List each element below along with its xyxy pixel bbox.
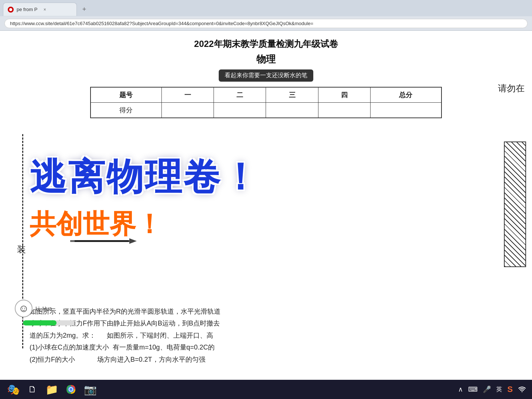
tab-title: pe from P <box>17 7 37 12</box>
score-cell-1 <box>161 103 214 118</box>
user-avatar-area: ☺ Li_Hua <box>15 300 52 317</box>
svg-rect-0 <box>70 240 129 242</box>
browser-chrome: pe from P × + https://www.ccw.site/detai… <box>0 0 532 31</box>
col-header-4: 四 <box>318 87 370 103</box>
content-line-4: (1)小球在C点的加速度大小 有一质量m=10g、电荷量q=0.2C的 <box>30 341 495 353</box>
right-note: 请勿在 <box>498 82 525 94</box>
score-cell-4 <box>318 103 370 118</box>
user-avatar-icon: ☺ <box>15 300 33 317</box>
tab-favicon <box>8 7 14 13</box>
taskbar-microphone[interactable]: 🎤 <box>483 385 491 393</box>
taskbar-icon-chrome[interactable] <box>64 382 78 397</box>
svg-point-6 <box>522 391 523 392</box>
content-line-1: 如图所示，竖直平面内半径为R的光滑半圆形轨道，水平光滑轨道 <box>30 306 495 317</box>
col-header-5: 总分 <box>370 87 441 103</box>
document-area: 2022年期末教学质量检测九年级试卷 物理 看起来你需要一支还没断水的笔 题号 … <box>0 31 532 380</box>
chevron-up-icon: ∧ <box>458 385 463 393</box>
overlay-main-title: 逃离物理卷！ <box>30 156 495 197</box>
chrome-logo-icon <box>65 383 77 395</box>
camera-icon: 📷 <box>84 383 97 396</box>
col-header-3: 三 <box>266 87 318 103</box>
tab-bar: pe from P × + <box>0 0 532 16</box>
wifi-icon <box>518 385 526 393</box>
taskbar-icon-camera[interactable]: 📷 <box>83 382 98 397</box>
carnival-mask-icon: 🎭 <box>7 383 20 396</box>
page-content: 2022年期末教学质量检测九年级试卷 物理 看起来你需要一支还没断水的笔 题号 … <box>0 31 532 380</box>
avatar-emoji: ☺ <box>18 303 29 314</box>
taskbar-lang[interactable]: 英 <box>496 386 502 393</box>
overlay-sub-title: 共创世界！ <box>30 208 495 240</box>
svg-rect-2 <box>70 240 75 242</box>
address-bar-row: https://www.ccw.site/detail/61e7c6745ab0… <box>0 16 532 30</box>
score-row-label: 得分 <box>91 103 161 118</box>
taskbar-icon-file[interactable]: 🗋 <box>25 382 40 397</box>
taskbar-keyboard[interactable]: ⌨ <box>468 385 478 393</box>
new-tab-button[interactable]: + <box>79 4 89 14</box>
taskbar-right: ∧ ⌨ 🎤 英 S <box>458 385 526 394</box>
keyboard-icon: ⌨ <box>468 385 478 393</box>
taskbar-sogou[interactable]: S <box>507 385 513 394</box>
score-cell-2 <box>214 103 266 118</box>
content-text: 如图所示，竖直平面内半径为R的光滑半圆形轨道，水平光滑轨道 小球，在水平恒力F作… <box>30 306 495 365</box>
taskbar-wifi[interactable] <box>518 385 526 393</box>
tooltip-area: 看起来你需要一支还没断水的笔 <box>15 69 517 82</box>
user-name: Li_Hua <box>35 306 52 311</box>
hatched-box <box>504 141 526 267</box>
tooltip-box: 看起来你需要一支还没断水的笔 <box>219 69 313 82</box>
col-header-2: 二 <box>214 87 266 103</box>
sogou-icon: S <box>507 385 513 394</box>
col-header-1: 一 <box>161 87 214 103</box>
address-bar[interactable]: https://www.ccw.site/detail/61e7c6745ab0… <box>4 19 528 28</box>
taskbar: 🎭 🗋 📁 📷 ∧ ⌨ 🎤 英 S <box>0 380 532 399</box>
taskbar-chevron-up[interactable]: ∧ <box>458 385 463 393</box>
table-score-row: 得分 <box>91 103 441 118</box>
exam-title: 2022年期末教学质量检测九年级试卷 <box>15 38 517 50</box>
content-line-2: 小球，在水平恒力F作用下由静止开始从A向B运动，到B点时撤去 <box>30 317 495 329</box>
exam-subject: 物理 <box>15 53 517 66</box>
progress-bar-fill <box>23 320 57 325</box>
progress-bar-area <box>23 320 75 325</box>
tab-close-button[interactable]: × <box>42 7 48 13</box>
folder-icon: 📁 <box>45 383 58 396</box>
language-icon: 英 <box>496 386 502 393</box>
score-cell-total <box>370 103 441 118</box>
taskbar-icon-carnival[interactable]: 🎭 <box>6 382 21 397</box>
active-tab[interactable]: pe from P × <box>3 3 77 16</box>
exam-paper: 2022年期末教学质量检测九年级试卷 物理 看起来你需要一支还没断水的笔 题号 … <box>0 31 532 380</box>
score-table: 题号 一 二 三 四 总分 得分 <box>90 87 442 118</box>
score-cell-3 <box>266 103 318 118</box>
taskbar-icon-folder[interactable]: 📁 <box>44 382 59 397</box>
file-manager-icon: 🗋 <box>28 384 37 395</box>
content-line-5: (2)恒力F的大小 场方向进入B=0.2T，方向水平的匀强 <box>30 354 495 365</box>
svg-point-5 <box>69 388 72 391</box>
col-header-0: 题号 <box>91 87 161 103</box>
microphone-icon: 🎤 <box>483 385 491 393</box>
table-header-row: 题号 一 二 三 四 总分 <box>91 87 441 103</box>
content-line-3: 道的压力为2mg。求： 如图所示，下端封闭、上端开口、高 <box>30 330 495 341</box>
